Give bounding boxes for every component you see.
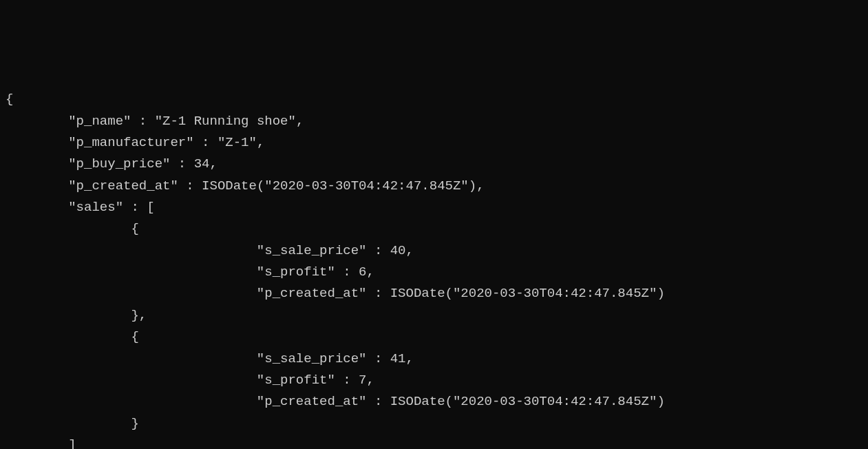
bracket-close: ] xyxy=(68,437,76,449)
json-key: "p_manufacturer" xyxy=(68,135,193,150)
brace-close: } xyxy=(131,416,138,431)
json-key: "p_created_at" xyxy=(257,394,367,409)
json-string-value: "Z-1 Running shoe" xyxy=(155,114,296,129)
json-key: "sales" xyxy=(68,200,123,215)
json-isodate-value: ISODate("2020-03-30T04:42:47.845Z") xyxy=(390,394,665,409)
json-number-value: 34 xyxy=(194,156,210,171)
json-string-value: "Z-1" xyxy=(218,135,257,150)
brace-open: { xyxy=(131,329,138,344)
json-number-value: 41 xyxy=(390,351,406,366)
json-key: "s_sale_price" xyxy=(257,351,367,366)
brace-open: { xyxy=(131,221,138,236)
json-key: "s_profit" xyxy=(257,264,335,280)
code-block: { "p_name" : "Z-1 Running shoe", "p_manu… xyxy=(6,89,862,449)
json-key: "p_created_at" xyxy=(68,178,178,194)
json-key: "p_buy_price" xyxy=(68,156,170,171)
bracket-open: [ xyxy=(147,200,154,215)
brace-close: }, xyxy=(131,308,147,323)
json-number-value: 7 xyxy=(359,373,366,388)
json-number-value: 6 xyxy=(359,264,366,280)
brace-open: { xyxy=(6,92,13,107)
json-isodate-value: ISODate("2020-03-30T04:42:47.845Z") xyxy=(202,178,476,194)
json-key: "s_profit" xyxy=(257,373,335,388)
json-key: "s_sale_price" xyxy=(257,243,367,258)
json-number-value: 40 xyxy=(390,243,406,258)
json-isodate-value: ISODate("2020-03-30T04:42:47.845Z") xyxy=(390,286,665,301)
json-key: "p_name" xyxy=(68,114,131,129)
json-key: "p_created_at" xyxy=(257,286,367,301)
